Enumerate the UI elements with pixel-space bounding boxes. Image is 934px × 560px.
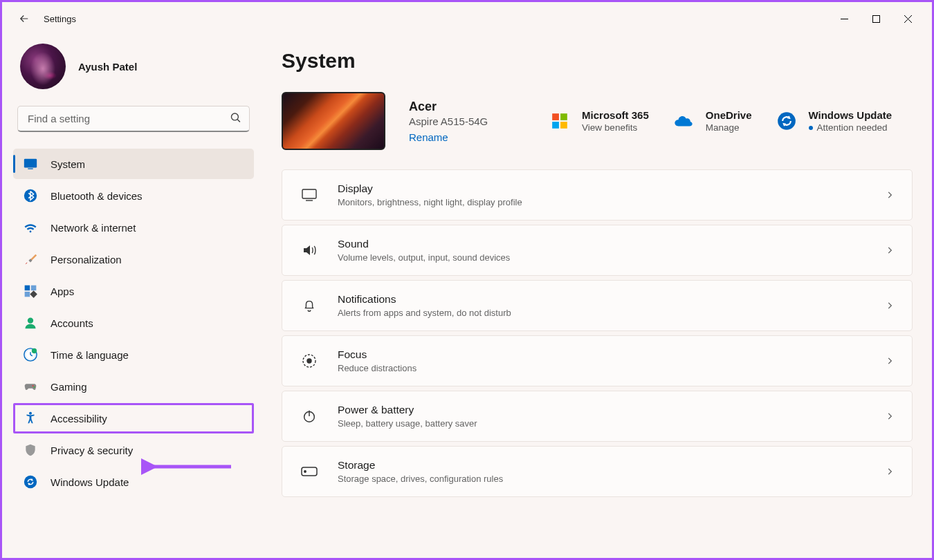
svg-line-5 bbox=[237, 120, 240, 122]
accessibility-icon bbox=[23, 411, 38, 426]
status-sub: View benefits bbox=[582, 122, 649, 133]
svg-rect-27 bbox=[302, 189, 316, 198]
sidebar-item-label: Privacy & security bbox=[51, 445, 133, 456]
card-sub: Monitors, brightness, night light, displ… bbox=[338, 197, 863, 207]
shield-icon bbox=[23, 442, 38, 458]
chevron-right-icon bbox=[883, 409, 897, 423]
search-icon bbox=[230, 112, 241, 127]
sidebar-item-label: Accessibility bbox=[51, 413, 107, 424]
search-input[interactable] bbox=[17, 106, 250, 132]
sidebar-item-system[interactable]: System bbox=[13, 149, 254, 179]
card-sub: Volume levels, output, input, sound devi… bbox=[338, 252, 863, 263]
maximize-button[interactable] bbox=[860, 8, 892, 30]
sidebar-item-time[interactable]: Time & language bbox=[13, 339, 254, 370]
profile-button[interactable]: Ayush Patel bbox=[13, 38, 254, 106]
avatar bbox=[20, 44, 66, 89]
main-content: System Acer Aspire A515-54G Rename Micro… bbox=[265, 35, 932, 558]
gamepad-icon bbox=[23, 379, 38, 394]
bluetooth-icon bbox=[23, 188, 38, 203]
power-icon bbox=[300, 407, 318, 425]
attention-dot bbox=[809, 126, 813, 130]
svg-point-17 bbox=[32, 348, 37, 353]
svg-point-4 bbox=[231, 113, 238, 120]
svg-rect-13 bbox=[30, 290, 37, 298]
card-notifications[interactable]: Notifications Alerts from apps and syste… bbox=[282, 280, 913, 331]
sidebar-item-label: Time & language bbox=[51, 349, 129, 361]
status-windows-update[interactable]: Windows Update Attention needed bbox=[776, 109, 892, 133]
sidebar-item-label: Gaming bbox=[51, 381, 87, 393]
update-icon bbox=[776, 110, 798, 132]
apps-icon bbox=[23, 283, 38, 299]
svg-rect-23 bbox=[560, 113, 567, 120]
brush-icon bbox=[23, 252, 38, 267]
clock-icon bbox=[23, 347, 38, 362]
app-title: Settings bbox=[44, 14, 76, 24]
card-power[interactable]: Power & battery Sleep, battery usage, ba… bbox=[282, 391, 913, 442]
card-display[interactable]: Display Monitors, brightness, night ligh… bbox=[282, 169, 913, 221]
svg-rect-24 bbox=[552, 122, 559, 129]
svg-rect-1 bbox=[872, 15, 879, 22]
onedrive-icon bbox=[672, 110, 695, 132]
card-storage[interactable]: Storage Storage space, drives, configura… bbox=[282, 446, 913, 497]
status-title: Microsoft 365 bbox=[582, 109, 649, 121]
sidebar-item-network[interactable]: Network & internet bbox=[13, 212, 254, 243]
system-icon bbox=[23, 156, 38, 171]
sidebar-item-accounts[interactable]: Accounts bbox=[13, 308, 254, 338]
sound-icon bbox=[300, 241, 318, 259]
sidebar-item-label: Network & internet bbox=[51, 222, 136, 234]
minimize-button[interactable] bbox=[828, 8, 860, 30]
svg-point-19 bbox=[33, 386, 35, 388]
back-button[interactable] bbox=[10, 5, 38, 32]
status-m365[interactable]: Microsoft 365 View benefits bbox=[549, 109, 649, 133]
device-name: Acer bbox=[409, 100, 488, 114]
sidebar-item-update[interactable]: Windows Update bbox=[13, 467, 254, 497]
svg-point-30 bbox=[307, 359, 311, 363]
device-row: Acer Aspire A515-54G Rename Microsoft 36… bbox=[282, 92, 913, 150]
device-model: Aspire A515-54G bbox=[409, 115, 488, 127]
svg-rect-6 bbox=[24, 159, 37, 168]
card-sub: Storage space, drives, configuration rul… bbox=[338, 474, 863, 484]
sidebar-item-apps[interactable]: Apps bbox=[13, 276, 254, 306]
status-sub: Manage bbox=[706, 122, 752, 133]
svg-rect-10 bbox=[25, 286, 30, 291]
status-onedrive[interactable]: OneDrive Manage bbox=[672, 109, 752, 133]
card-sub: Sleep, battery usage, battery saver bbox=[338, 418, 863, 429]
sidebar-item-label: Accounts bbox=[51, 317, 93, 329]
svg-point-26 bbox=[778, 112, 796, 130]
profile-name: Ayush Patel bbox=[78, 61, 137, 73]
svg-rect-22 bbox=[552, 113, 559, 120]
sidebar-item-personalization[interactable]: Personalization bbox=[13, 244, 254, 274]
wifi-icon bbox=[23, 220, 38, 235]
bell-icon bbox=[300, 297, 318, 315]
sidebar-item-gaming[interactable]: Gaming bbox=[13, 371, 254, 402]
search-box bbox=[17, 106, 250, 132]
sidebar-item-label: System bbox=[51, 158, 85, 170]
svg-rect-25 bbox=[560, 122, 567, 129]
sidebar: Ayush Patel System Bluetooth & devices bbox=[2, 35, 265, 558]
device-thumbnail[interactable] bbox=[282, 92, 385, 150]
rename-link[interactable]: Rename bbox=[409, 131, 488, 143]
focus-icon bbox=[300, 352, 318, 370]
card-title: Display bbox=[338, 183, 863, 195]
sidebar-item-bluetooth[interactable]: Bluetooth & devices bbox=[13, 180, 254, 211]
display-icon bbox=[300, 186, 318, 204]
chevron-right-icon bbox=[883, 243, 897, 257]
update-icon bbox=[23, 474, 38, 489]
card-sub: Alerts from apps and system, do not dist… bbox=[338, 308, 863, 318]
chevron-right-icon bbox=[883, 465, 897, 478]
sidebar-item-label: Personalization bbox=[51, 254, 122, 265]
close-button[interactable] bbox=[892, 8, 924, 30]
card-title: Power & battery bbox=[338, 404, 863, 416]
svg-rect-11 bbox=[31, 286, 37, 291]
card-sound[interactable]: Sound Volume levels, output, input, soun… bbox=[282, 225, 913, 276]
settings-cards: Display Monitors, brightness, night ligh… bbox=[282, 169, 913, 497]
card-focus[interactable]: Focus Reduce distractions bbox=[282, 335, 913, 386]
svg-rect-12 bbox=[25, 292, 30, 297]
svg-point-18 bbox=[33, 385, 34, 386]
status-title: OneDrive bbox=[706, 109, 752, 121]
sidebar-item-privacy[interactable]: Privacy & security bbox=[13, 435, 254, 465]
card-title: Sound bbox=[338, 238, 863, 250]
nav-list: System Bluetooth & devices Network & int… bbox=[13, 149, 254, 497]
m365-icon bbox=[549, 110, 571, 132]
sidebar-item-accessibility[interactable]: Accessibility bbox=[13, 403, 254, 433]
